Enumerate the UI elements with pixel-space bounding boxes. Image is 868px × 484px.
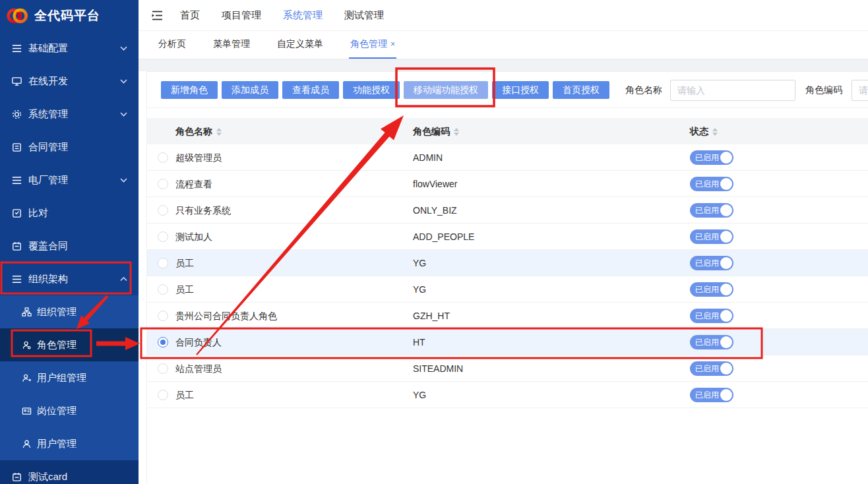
toggle-knob bbox=[720, 389, 732, 401]
radio-button[interactable] bbox=[158, 311, 168, 321]
radio-button[interactable] bbox=[158, 205, 168, 216]
radio-button[interactable] bbox=[158, 179, 168, 189]
sidebar-item-label: 组织管理 bbox=[37, 306, 77, 318]
status-toggle[interactable]: 已启用 bbox=[690, 150, 733, 165]
status-toggle[interactable]: 已启用 bbox=[690, 256, 733, 270]
header-status[interactable]: 状态 bbox=[690, 118, 718, 144]
toggle-knob bbox=[720, 204, 732, 216]
tab-close-icon[interactable]: × bbox=[390, 40, 395, 49]
sidebar-item-label: 系统管理 bbox=[28, 108, 68, 121]
table-row[interactable]: 流程查看 flowViewer 已启用 bbox=[147, 171, 868, 197]
table-row[interactable]: 测试加人 ADD_PEOPLE 已启用 bbox=[147, 224, 868, 250]
radio-button[interactable] bbox=[158, 363, 168, 374]
add-role-button[interactable]: 新增角色 bbox=[161, 81, 218, 99]
radio-button-selected[interactable] bbox=[158, 337, 168, 348]
toggle-knob bbox=[720, 178, 732, 190]
role-name-cell: 合同负责人 bbox=[175, 329, 222, 355]
radio-button[interactable] bbox=[158, 231, 168, 242]
sidebar-item-basic-config[interactable]: 基础配置 bbox=[0, 32, 139, 65]
sidebar-item-post-mgmt[interactable]: 岗位管理 bbox=[0, 394, 139, 427]
toggle-knob bbox=[720, 231, 732, 243]
sidebar-item-plant-mgmt[interactable]: 电厂管理 bbox=[0, 164, 139, 197]
sidebar-item-test-card[interactable]: 测试card bbox=[0, 460, 139, 484]
sidebar-item-cover-contract[interactable]: 覆盖合同 bbox=[0, 229, 139, 262]
radio-button[interactable] bbox=[158, 152, 168, 163]
menu-fold-icon[interactable] bbox=[150, 9, 164, 22]
table-row[interactable]: 贵州公司合同负责人角色 GZH_HT 已启用 bbox=[147, 303, 868, 329]
toggle-label: 已启用 bbox=[695, 282, 719, 297]
sidebar-item-online-dev[interactable]: 在线开发 bbox=[0, 65, 139, 98]
tab-menu-mgmt[interactable]: 菜单管理 bbox=[212, 31, 251, 59]
chevron-up-icon bbox=[120, 277, 127, 282]
monitor-icon bbox=[11, 76, 22, 87]
table-row[interactable]: 只有业务系统 ONLY_BIZ 已启用 bbox=[147, 197, 868, 224]
nav-item-system-mgmt[interactable]: 系统管理 bbox=[278, 9, 328, 22]
status-toggle[interactable]: 已启用 bbox=[690, 229, 733, 244]
radio-button[interactable] bbox=[158, 258, 168, 268]
nav-item-home[interactable]: 首页 bbox=[175, 9, 205, 22]
toggle-label: 已启用 bbox=[695, 177, 719, 191]
function-auth-button[interactable]: 功能授权 bbox=[343, 81, 400, 99]
table-row[interactable]: 超级管理员 ADMIN 已启用 bbox=[147, 144, 868, 171]
role-code-cell: GZH_HT bbox=[413, 303, 450, 329]
view-members-button[interactable]: 查看成员 bbox=[282, 81, 339, 99]
tab-custom-menu[interactable]: 自定义菜单 bbox=[276, 31, 325, 59]
table-row[interactable]: 员工 YG 已启用 bbox=[147, 382, 868, 408]
sort-icon[interactable] bbox=[216, 128, 222, 136]
table-row[interactable]: 员工 YG 已启用 bbox=[147, 250, 868, 276]
status-toggle[interactable]: 已启用 bbox=[690, 282, 733, 297]
status-toggle[interactable]: 已启用 bbox=[690, 335, 733, 349]
nav-item-test-mgmt[interactable]: 测试管理 bbox=[339, 9, 389, 22]
homepage-auth-button[interactable]: 首页授权 bbox=[553, 81, 609, 99]
header-label: 状态 bbox=[690, 126, 708, 136]
sidebar-item-label: 电厂管理 bbox=[28, 174, 68, 187]
nav-item-project-mgmt[interactable]: 项目管理 bbox=[216, 9, 266, 22]
sidebar-item-compare[interactable]: 比对 bbox=[0, 197, 139, 229]
gear-icon bbox=[11, 109, 22, 120]
status-toggle[interactable]: 已启用 bbox=[690, 309, 733, 323]
sidebar-item-org-mgmt[interactable]: 组织管理 bbox=[0, 295, 139, 328]
sidebar-item-label: 覆盖合同 bbox=[28, 240, 68, 253]
table-row[interactable]: 站点管理员 SITEADMIN 已启用 bbox=[147, 355, 868, 382]
role-name-filter-input[interactable] bbox=[670, 80, 795, 101]
sidebar-item-contract-mgmt[interactable]: 合同管理 bbox=[0, 131, 139, 164]
status-toggle[interactable]: 已启用 bbox=[690, 177, 733, 191]
app-title: 全代码平台 bbox=[34, 7, 100, 24]
role-code-filter-label: 角色编码 bbox=[805, 84, 842, 96]
sidebar-item-org-structure[interactable]: 组织架构 bbox=[0, 262, 139, 295]
table-header: 角色名称 角色编码 状态 bbox=[147, 118, 868, 144]
sidebar-item-label: 用户管理 bbox=[37, 438, 77, 450]
toggle-knob bbox=[720, 336, 732, 348]
role-name-cell: 只有业务系统 bbox=[175, 197, 231, 224]
toolbar: 新增角色 添加成员 查看成员 功能授权 移动端功能授权 接口授权 首页授权 角色… bbox=[147, 72, 868, 108]
sidebar-item-user-mgmt[interactable]: 用户管理 bbox=[0, 427, 139, 460]
table-row[interactable]: 员工 YG 已启用 bbox=[147, 276, 868, 303]
radio-button[interactable] bbox=[158, 284, 168, 295]
role-icon bbox=[22, 340, 32, 350]
role-code-cell: YG bbox=[413, 276, 426, 303]
role-code-cell: SITEADMIN bbox=[413, 355, 463, 382]
sidebar-item-system-mgmt[interactable]: 系统管理 bbox=[0, 98, 139, 131]
status-toggle[interactable]: 已启用 bbox=[690, 361, 733, 376]
tab-role-mgmt[interactable]: 角色管理 × bbox=[349, 31, 396, 59]
status-toggle[interactable]: 已启用 bbox=[690, 388, 733, 402]
app-logo-icon bbox=[6, 5, 28, 27]
role-code-cell: ADMIN bbox=[413, 144, 443, 171]
tab-analysis[interactable]: 分析页 bbox=[157, 31, 187, 59]
radio-button[interactable] bbox=[158, 390, 168, 400]
mobile-function-auth-button[interactable]: 移动端功能授权 bbox=[404, 81, 488, 99]
header-role-code[interactable]: 角色编码 bbox=[413, 118, 459, 144]
chevron-down-icon bbox=[120, 79, 127, 84]
table-row-selected[interactable]: 合同负责人 HT 已启用 bbox=[147, 329, 868, 355]
sidebar-item-label: 组织架构 bbox=[28, 273, 68, 286]
header-role-name[interactable]: 角色名称 bbox=[175, 118, 222, 144]
sidebar-item-user-group-mgmt[interactable]: 用户组管理 bbox=[0, 361, 139, 394]
sort-icon[interactable] bbox=[454, 128, 459, 136]
sort-icon[interactable] bbox=[712, 128, 718, 136]
api-auth-button[interactable]: 接口授权 bbox=[492, 81, 549, 99]
role-code-filter-input[interactable] bbox=[852, 80, 868, 101]
status-toggle[interactable]: 已启用 bbox=[690, 203, 733, 218]
toggle-label: 已启用 bbox=[695, 388, 719, 402]
sidebar-item-role-mgmt[interactable]: 角色管理 bbox=[0, 328, 139, 361]
add-member-button[interactable]: 添加成员 bbox=[222, 81, 278, 99]
